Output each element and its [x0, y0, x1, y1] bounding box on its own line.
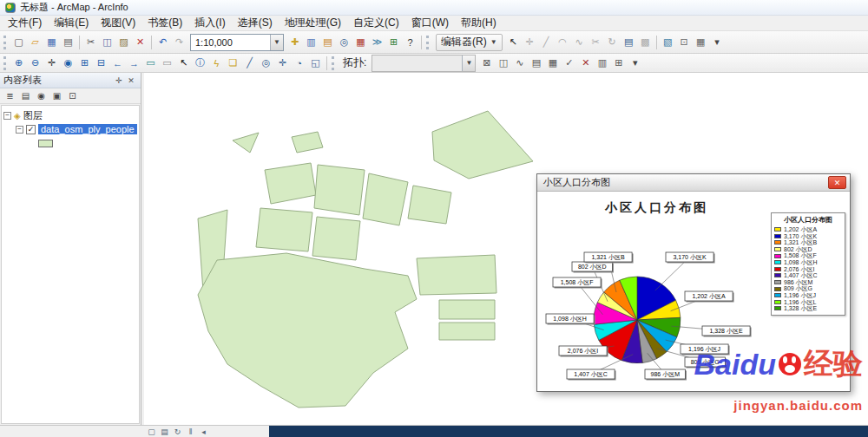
topology-options-icon[interactable]: ▾ [628, 55, 642, 70]
rotate-tool-icon[interactable]: ↻ [605, 35, 620, 49]
layout-view-icon[interactable]: ▤ [159, 427, 170, 437]
time-slider-icon[interactable]: ◔ [292, 55, 306, 70]
toc-options-icon[interactable]: ⊡ [66, 89, 79, 102]
back-extent-icon[interactable]: ← [110, 55, 125, 70]
scrollbar-track[interactable] [210, 426, 269, 437]
toolbar-options-icon[interactable]: ▾ [710, 35, 725, 49]
measure-icon[interactable]: ╱ [242, 55, 257, 70]
topology-edit-tool-icon[interactable]: ⊠ [479, 55, 494, 70]
pan-icon[interactable]: ✛ [44, 55, 59, 70]
menu-window[interactable]: 窗口(W) [405, 15, 455, 31]
modify-edge-icon[interactable]: ◫ [496, 55, 510, 70]
new-map-icon[interactable]: ▢ [11, 35, 26, 49]
menu-insert[interactable]: 插入(I) [188, 15, 231, 31]
scroll-left-icon[interactable]: ◂ [198, 427, 209, 437]
forward-extent-icon[interactable]: → [127, 55, 141, 70]
python-window-icon[interactable]: ≫ [370, 35, 385, 49]
attributes-icon[interactable]: ▤ [621, 35, 636, 49]
collapse-icon[interactable]: − [16, 126, 23, 134]
viewer-window-icon[interactable]: ◱ [308, 55, 323, 70]
close-icon[interactable]: ✕ [125, 75, 137, 86]
menu-bookmarks[interactable]: 书签(B) [141, 15, 188, 31]
snapping-toolbar-icon[interactable]: ⊡ [677, 35, 692, 49]
layer-symbol-swatch[interactable] [38, 140, 53, 147]
select-elements-icon[interactable]: ↖ [176, 55, 191, 70]
create-features-icon[interactable]: ▧ [661, 35, 675, 49]
map-scale-combo[interactable]: 1:10,000 ▼ [190, 34, 284, 51]
menu-selection[interactable]: 选择(S) [232, 15, 279, 31]
editor-tool-icon[interactable]: ↖ [506, 35, 521, 49]
save-icon[interactable]: ▦ [44, 35, 59, 49]
paste-icon[interactable]: ▨ [116, 35, 131, 49]
editor-menu-button[interactable]: 编辑器(R) ▼ [436, 34, 503, 51]
menu-customize[interactable]: 自定义(C) [347, 15, 405, 31]
toolbar-grip[interactable] [3, 56, 7, 70]
identify-icon[interactable]: ⓘ [193, 55, 207, 70]
fixed-zoom-out-icon[interactable]: ⊟ [94, 55, 108, 70]
list-by-visibility-icon[interactable]: ◉ [35, 89, 48, 102]
arctoolbox-icon[interactable]: ▦ [353, 35, 368, 49]
whats-this-icon[interactable]: ? [403, 35, 418, 49]
catalog-window-icon[interactable]: ▤ [320, 35, 335, 49]
modelbuilder-icon[interactable]: ⊞ [386, 35, 401, 49]
toolbar-grip[interactable] [426, 36, 430, 49]
go-to-xy-icon[interactable]: ✛ [275, 55, 290, 70]
map-topology-icon[interactable]: ⊞ [611, 55, 626, 70]
data-view-icon[interactable]: ▢ [146, 427, 157, 437]
print-icon[interactable]: ▤ [61, 35, 76, 49]
find-icon[interactable]: ◎ [259, 55, 273, 70]
dialog-close-button[interactable]: ✕ [828, 176, 846, 189]
toolbar-grip[interactable] [332, 56, 335, 70]
legend-swatch [774, 280, 781, 284]
clear-selection-icon[interactable]: ▭ [160, 55, 174, 70]
validate-topology-area-icon[interactable]: ▦ [545, 55, 560, 70]
split-tool-icon[interactable]: ✂ [589, 35, 603, 49]
hyperlink-icon[interactable]: ϟ [209, 55, 224, 70]
zoom-in-icon[interactable]: ⊕ [11, 55, 26, 70]
menu-view[interactable]: 视图(V) [95, 15, 141, 31]
delete-icon[interactable]: ✕ [133, 35, 148, 49]
toc-layer-row[interactable]: − ✓ data_osm_ply_people [3, 122, 137, 136]
layer-visibility-checkbox[interactable]: ✓ [26, 125, 36, 134]
cut-icon[interactable]: ✂ [83, 35, 98, 49]
add-data-icon[interactable]: ✚ [287, 35, 302, 49]
refresh-view-icon[interactable]: ↻ [172, 427, 183, 437]
toc-window-icon[interactable]: ▥ [304, 35, 319, 49]
open-icon[interactable]: ▱ [28, 35, 43, 49]
pin-icon[interactable]: ✛ [113, 75, 125, 86]
menu-edit[interactable]: 编辑(E) [48, 15, 95, 31]
table-icon[interactable]: ▦ [694, 35, 708, 49]
select-features-icon[interactable]: ▭ [143, 55, 158, 70]
pause-drawing-icon[interactable]: ‖ [185, 427, 196, 437]
html-popup-icon[interactable]: ❏ [226, 55, 240, 70]
dialog-title-bar[interactable]: 小区人口分布图 ✕ [537, 174, 850, 192]
menu-help[interactable]: 帮助(H) [455, 15, 503, 31]
edit-annotation-tool-icon[interactable]: ✛ [523, 35, 537, 49]
full-extent-icon[interactable]: ◉ [61, 55, 76, 70]
collapse-icon[interactable]: − [3, 112, 11, 120]
map-scale-dropdown-arrow[interactable]: ▼ [270, 35, 283, 50]
reshape-edge-icon[interactable]: ∿ [512, 55, 527, 70]
fixed-zoom-in-icon[interactable]: ⊞ [77, 55, 92, 70]
sketch-properties-icon[interactable]: ▩ [638, 35, 653, 49]
straight-segment-icon[interactable]: ╱ [539, 35, 554, 49]
zoom-out-icon[interactable]: ⊖ [28, 55, 43, 70]
trace-tool-icon[interactable]: ∿ [572, 35, 587, 49]
redo-icon[interactable]: ↷ [172, 35, 187, 49]
copy-icon[interactable]: ◫ [100, 35, 115, 49]
toc-root-layers[interactable]: − ◈ 图层 [3, 108, 137, 122]
menu-geoprocessing[interactable]: 地理处理(G) [279, 15, 347, 31]
list-by-source-icon[interactable]: ▤ [19, 89, 32, 102]
error-inspector-icon[interactable]: ▥ [595, 55, 609, 70]
list-by-drawing-order-icon[interactable]: ≣ [3, 89, 16, 102]
arc-segment-icon[interactable]: ◠ [556, 35, 570, 49]
fix-error-tool-icon[interactable]: ✕ [578, 55, 593, 70]
search-window-icon[interactable]: ◎ [337, 35, 352, 49]
toc-layer-label[interactable]: data_osm_ply_people [38, 124, 137, 134]
list-by-selection-icon[interactable]: ▣ [50, 89, 63, 102]
align-edge-icon[interactable]: ▤ [529, 55, 543, 70]
undo-icon[interactable]: ↶ [155, 35, 170, 49]
menu-file[interactable]: 文件(F) [2, 15, 48, 31]
toolbar-grip[interactable] [3, 36, 7, 49]
validate-topology-icon[interactable]: ✓ [562, 55, 576, 70]
